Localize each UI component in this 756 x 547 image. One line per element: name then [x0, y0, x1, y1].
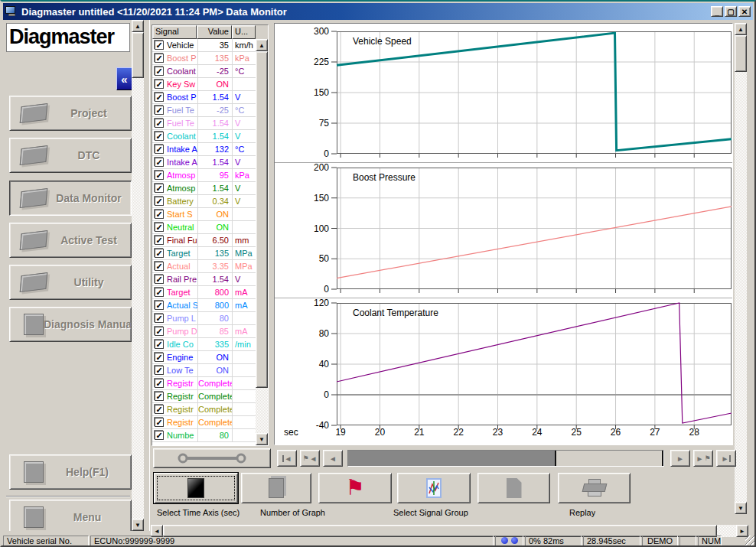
- table-row[interactable]: ✓Coolant1.54V: [152, 130, 256, 143]
- sidebar-item-utility[interactable]: Utility: [9, 265, 132, 300]
- signal-checkbox[interactable]: ✓: [155, 392, 164, 401]
- scrollbar-thumb[interactable]: [132, 32, 144, 78]
- select-time-axis-button[interactable]: [154, 473, 238, 503]
- table-row[interactable]: ✓RegistrComplete: [152, 390, 256, 403]
- signal-checkbox[interactable]: ✓: [155, 93, 164, 102]
- timeline-thumb[interactable]: [555, 451, 663, 466]
- timeline-track[interactable]: [347, 450, 664, 467]
- signal-checkbox[interactable]: ✓: [155, 119, 164, 128]
- table-row[interactable]: ✓Idle Co335/min: [152, 338, 256, 351]
- signal-checkbox[interactable]: ✓: [155, 132, 164, 141]
- table-row[interactable]: ✓Key SwON: [152, 78, 256, 91]
- signal-checkbox[interactable]: ✓: [155, 275, 164, 284]
- table-row[interactable]: ✓Target135MPa: [152, 247, 256, 260]
- table-row[interactable]: ✓Fuel Te-25°C: [152, 104, 256, 117]
- table-row[interactable]: ✓Intake A1.54V: [152, 156, 256, 169]
- signal-checkbox[interactable]: ✓: [155, 223, 164, 232]
- step-next-button[interactable]: ►: [670, 450, 690, 467]
- settings-wrench-button[interactable]: [153, 448, 271, 468]
- signal-checkbox[interactable]: ✓: [155, 210, 164, 219]
- step-prev-button[interactable]: ◄: [323, 450, 343, 467]
- signal-checkbox[interactable]: ✓: [155, 41, 164, 50]
- back-button[interactable]: «: [116, 67, 132, 90]
- scroll-down-icon[interactable]: ▼: [735, 502, 747, 514]
- go-start-button[interactable]: ◄: [277, 450, 297, 467]
- sidebar-item-menu[interactable]: Menu: [9, 500, 132, 531]
- signal-checkbox[interactable]: ✓: [155, 145, 164, 154]
- table-row[interactable]: ✓Pump D85mA: [152, 325, 256, 338]
- table-row[interactable]: ✓RegistrComplete: [152, 377, 256, 390]
- signal-checkbox[interactable]: ✓: [155, 379, 164, 388]
- sidebar-scrollbar[interactable]: ▲ ▼: [132, 20, 144, 531]
- signal-checkbox[interactable]: ✓: [155, 327, 164, 336]
- table-row[interactable]: ✓Numbe80: [152, 429, 256, 442]
- signal-checkbox[interactable]: ✓: [155, 288, 164, 297]
- table-row[interactable]: ✓Low TeON: [152, 364, 256, 377]
- signal-checkbox[interactable]: ✓: [155, 301, 164, 310]
- scroll-up-icon[interactable]: ▲: [256, 39, 268, 51]
- signal-checkbox[interactable]: ✓: [155, 184, 164, 193]
- scrollbar-thumb[interactable]: [735, 35, 747, 72]
- table-row[interactable]: ✓Coolant-25°C: [152, 65, 256, 78]
- table-row[interactable]: ✓Actual S800mA: [152, 299, 256, 312]
- table-row[interactable]: ✓Fuel Te1.54V: [152, 117, 256, 130]
- number-of-graph-button[interactable]: [241, 473, 311, 503]
- signal-checkbox[interactable]: ✓: [155, 158, 164, 167]
- close-button[interactable]: ✕: [738, 6, 751, 17]
- signal-checkbox[interactable]: ✓: [155, 340, 164, 349]
- table-row[interactable]: ✓Rail Pre1.54V: [152, 273, 256, 286]
- signal-checkbox[interactable]: ✓: [155, 405, 164, 414]
- select-signal-group-button[interactable]: [397, 473, 471, 503]
- sidebar-item-active-test[interactable]: Active Test: [9, 223, 132, 258]
- table-row[interactable]: ✓Vehicle35km/h: [152, 39, 256, 52]
- maximize-button[interactable]: ▢: [725, 6, 737, 17]
- table-row[interactable]: ✓RegistrComplete: [152, 403, 256, 416]
- scroll-down-icon[interactable]: ▼: [256, 433, 268, 445]
- minimize-button[interactable]: _: [711, 6, 723, 17]
- signal-checkbox[interactable]: ✓: [155, 80, 164, 89]
- signal-checkbox[interactable]: ✓: [155, 353, 164, 362]
- chart-scrollbar[interactable]: ▲ ▼: [735, 23, 747, 514]
- signal-checkbox[interactable]: ✓: [155, 431, 164, 440]
- signal-checkbox[interactable]: ✓: [155, 67, 164, 76]
- table-row[interactable]: ✓Actual3.35MPa: [152, 260, 256, 273]
- table-row[interactable]: ✓Battery0.34V: [152, 195, 256, 208]
- sidebar-item-data-monitor[interactable]: Data Monitor: [9, 181, 132, 216]
- marker-next-button[interactable]: ►⚑: [693, 450, 713, 467]
- scroll-up-icon[interactable]: ▲: [132, 20, 144, 32]
- scrollbar-thumb[interactable]: [256, 51, 268, 388]
- signal-checkbox[interactable]: ✓: [155, 418, 164, 427]
- sidebar-item-help[interactable]: Help(F1): [9, 454, 132, 490]
- column-header-value[interactable]: Value: [197, 25, 232, 39]
- column-header-signal[interactable]: Signal: [152, 25, 197, 39]
- table-row[interactable]: ✓Atmosp1.54V: [152, 182, 256, 195]
- signal-checkbox[interactable]: ✓: [155, 366, 164, 375]
- print-replay-button[interactable]: [558, 473, 631, 503]
- signal-checkbox[interactable]: ✓: [155, 197, 164, 206]
- flag-button[interactable]: ⚑: [318, 473, 392, 503]
- record-button[interactable]: [477, 473, 550, 503]
- signal-checkbox[interactable]: ✓: [155, 249, 164, 258]
- table-row[interactable]: ✓Start SON: [152, 208, 256, 221]
- sidebar-item-diagnosis-manual[interactable]: Diagnosis Manual: [9, 307, 132, 342]
- table-scrollbar[interactable]: ▲ ▼: [256, 39, 268, 445]
- sidebar-item-dtc[interactable]: DTC: [9, 138, 132, 173]
- table-row[interactable]: ✓NeutralON: [152, 221, 256, 234]
- table-row[interactable]: ✓RegistrComplete: [152, 416, 256, 429]
- signal-checkbox[interactable]: ✓: [155, 171, 164, 180]
- table-row[interactable]: ✓Target800mA: [152, 286, 256, 299]
- title-bar[interactable]: Diagmaster untitled <11/20/2021 11:24 PM…: [3, 3, 753, 20]
- signal-checkbox[interactable]: ✓: [155, 314, 164, 323]
- marker-prev-button[interactable]: ⚑◄: [300, 450, 320, 467]
- scroll-up-icon[interactable]: ▲: [735, 23, 747, 35]
- resize-grip[interactable]: [745, 536, 756, 547]
- table-row[interactable]: ✓EngineON: [152, 351, 256, 364]
- table-row[interactable]: ✓Final Fu6.50mm: [152, 234, 256, 247]
- column-header-unit[interactable]: U...: [232, 25, 256, 39]
- go-end-button[interactable]: ►: [716, 450, 736, 467]
- signal-checkbox[interactable]: ✓: [155, 262, 164, 271]
- table-row[interactable]: ✓Boost P135kPa: [152, 52, 256, 65]
- table-row[interactable]: ✓Pump L80: [152, 312, 256, 325]
- signal-checkbox[interactable]: ✓: [155, 236, 164, 245]
- table-row[interactable]: ✓Atmosp95kPa: [152, 169, 256, 182]
